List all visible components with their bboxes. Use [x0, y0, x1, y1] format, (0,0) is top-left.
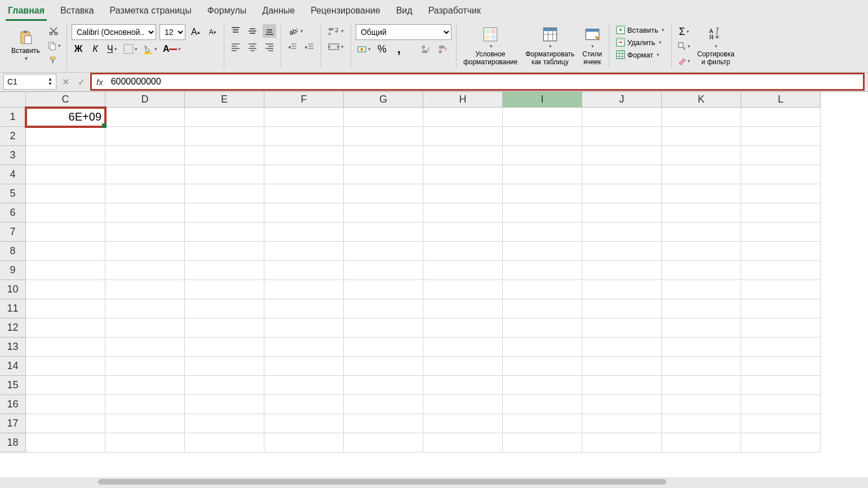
row-header-11[interactable]: 11	[0, 299, 26, 318]
cell-J11[interactable]	[582, 299, 662, 318]
col-header-H[interactable]: H	[423, 92, 503, 108]
cell-E6[interactable]	[185, 203, 264, 223]
cell-L14[interactable]	[741, 357, 821, 376]
cell-H1[interactable]	[423, 108, 503, 127]
row-header-16[interactable]: 16	[0, 395, 26, 414]
cell-I7[interactable]	[503, 223, 582, 242]
row-header-9[interactable]: 9	[0, 261, 26, 280]
cell-C17[interactable]	[26, 414, 105, 433]
italic-button[interactable]: К	[88, 42, 102, 56]
cell-H4[interactable]	[423, 165, 503, 184]
underline-button[interactable]: Ч▾	[105, 42, 119, 56]
cell-I18[interactable]	[503, 433, 582, 452]
cell-G6[interactable]	[344, 203, 423, 223]
cell-G1[interactable]	[344, 108, 423, 127]
cell-L17[interactable]	[741, 414, 821, 433]
cell-F6[interactable]	[264, 203, 344, 223]
format-cells-button[interactable]: Формат▾	[614, 49, 667, 60]
cell-K3[interactable]	[662, 146, 741, 165]
cell-E14[interactable]	[185, 357, 264, 376]
col-header-K[interactable]: K	[662, 92, 741, 108]
cell-C15[interactable]	[26, 376, 105, 395]
cell-F5[interactable]	[264, 184, 344, 203]
cell-E17[interactable]	[185, 414, 264, 433]
cell-D18[interactable]	[105, 433, 185, 452]
align-top-button[interactable]	[229, 24, 242, 38]
cell-J13[interactable]	[582, 338, 662, 357]
cell-D15[interactable]	[105, 376, 185, 395]
cell-C11[interactable]	[26, 299, 105, 318]
cell-J10[interactable]	[582, 280, 662, 299]
cell-C18[interactable]	[26, 433, 105, 452]
currency-button[interactable]: ▾	[356, 42, 372, 56]
cell-C12[interactable]	[26, 318, 105, 338]
cell-F13[interactable]	[264, 338, 344, 357]
cell-D6[interactable]	[105, 203, 185, 223]
cell-G2[interactable]	[344, 127, 423, 146]
cell-E18[interactable]	[185, 433, 264, 452]
cell-F9[interactable]	[264, 261, 344, 280]
cell-I17[interactable]	[503, 414, 582, 433]
tab-data[interactable]: Данные	[260, 2, 297, 21]
cell-K7[interactable]	[662, 223, 741, 242]
cell-K16[interactable]	[662, 395, 741, 414]
font-name-select[interactable]: Calibri (Основной...	[72, 24, 156, 40]
wrap-text-button[interactable]: abc▾	[326, 24, 346, 38]
cell-L10[interactable]	[741, 280, 821, 299]
cell-H2[interactable]	[423, 127, 503, 146]
cell-C1[interactable]: 6E+09	[26, 108, 105, 127]
cell-D3[interactable]	[105, 146, 185, 165]
cell-D14[interactable]	[105, 357, 185, 376]
row-header-4[interactable]: 4	[0, 165, 26, 184]
cell-H16[interactable]	[423, 395, 503, 414]
col-header-I[interactable]: I	[503, 92, 582, 108]
cell-F7[interactable]	[264, 223, 344, 242]
tab-review[interactable]: Рецензирование	[308, 2, 383, 21]
cell-K17[interactable]	[662, 414, 741, 433]
tab-home[interactable]: Главная	[6, 2, 47, 21]
grow-font-button[interactable]: A▴	[189, 25, 202, 39]
cell-I13[interactable]	[503, 338, 582, 357]
cell-E16[interactable]	[185, 395, 264, 414]
cell-H9[interactable]	[423, 261, 503, 280]
cell-G5[interactable]	[344, 184, 423, 203]
cell-F1[interactable]	[264, 108, 344, 127]
cell-L16[interactable]	[741, 395, 821, 414]
cell-J1[interactable]	[582, 108, 662, 127]
cell-E7[interactable]	[185, 223, 264, 242]
row-header-7[interactable]: 7	[0, 223, 26, 242]
cell-K15[interactable]	[662, 376, 741, 395]
cell-E12[interactable]	[185, 318, 264, 338]
cell-D2[interactable]	[105, 127, 185, 146]
cell-E10[interactable]	[185, 280, 264, 299]
cell-L5[interactable]	[741, 184, 821, 203]
cell-D9[interactable]	[105, 261, 185, 280]
cell-C3[interactable]	[26, 146, 105, 165]
cell-F3[interactable]	[264, 146, 344, 165]
cell-L15[interactable]	[741, 376, 821, 395]
cell-F11[interactable]	[264, 299, 344, 318]
cell-F16[interactable]	[264, 395, 344, 414]
cell-D17[interactable]	[105, 414, 185, 433]
cell-K8[interactable]	[662, 242, 741, 261]
cell-C2[interactable]	[26, 127, 105, 146]
cell-F12[interactable]	[264, 318, 344, 338]
cell-D8[interactable]	[105, 242, 185, 261]
format-as-table-button[interactable]: ▾ Форматироватькак таблицу	[523, 24, 577, 69]
tab-formulas[interactable]: Формулы	[205, 2, 249, 21]
clear-button[interactable]: ▾	[676, 54, 692, 68]
cell-I12[interactable]	[503, 318, 582, 338]
cell-K10[interactable]	[662, 280, 741, 299]
cell-L6[interactable]	[741, 203, 821, 223]
percent-button[interactable]: %	[375, 42, 389, 56]
conditional-formatting-button[interactable]: ▾ Условноеформатирование	[461, 24, 520, 69]
row-header-5[interactable]: 5	[0, 184, 26, 203]
cell-C6[interactable]	[26, 203, 105, 223]
cell-L13[interactable]	[741, 338, 821, 357]
cell-K6[interactable]	[662, 203, 741, 223]
cell-E15[interactable]	[185, 376, 264, 395]
merge-button[interactable]: ▾	[326, 40, 346, 54]
sort-filter-button[interactable]: АЯ ▾ Сортировкаи фильтр	[695, 24, 737, 69]
row-header-14[interactable]: 14	[0, 357, 26, 376]
increase-indent-button[interactable]	[303, 40, 316, 54]
